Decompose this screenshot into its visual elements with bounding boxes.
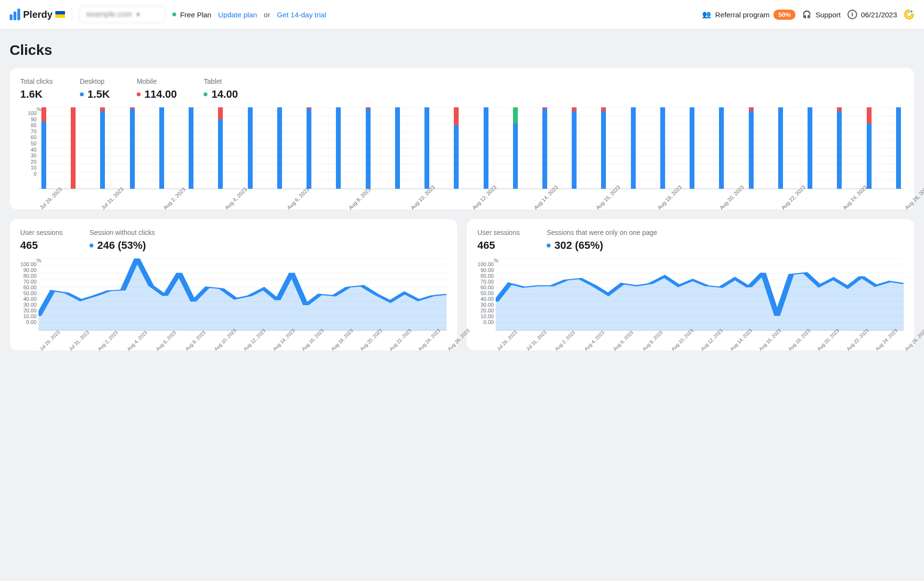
bar bbox=[542, 107, 547, 189]
stat-label: Mobile bbox=[137, 77, 177, 85]
stat-label: Tablet bbox=[204, 77, 238, 85]
legend-dot-icon bbox=[80, 92, 84, 96]
bar bbox=[631, 107, 636, 189]
legend-dot-icon bbox=[90, 244, 93, 247]
plot-area bbox=[38, 258, 447, 331]
stat-label: User sessions bbox=[477, 229, 520, 236]
stat-value: 246 (53%) bbox=[97, 239, 146, 252]
sessions-no-clicks-chart: % 100.0090.0080.0070.0060.0050.0040.0030… bbox=[20, 258, 447, 339]
or-text: or bbox=[264, 11, 270, 19]
stat-metric: Session without clicks 246 (53%) bbox=[90, 229, 155, 252]
sessions-no-clicks-card: User sessions 465 Session without clicks… bbox=[10, 219, 457, 350]
session-stats: User sessions 465 Sessions that were onl… bbox=[477, 229, 904, 252]
stat-label: Desktop bbox=[80, 77, 110, 85]
stat-value: 14.00 bbox=[211, 88, 238, 101]
brand-name: Plerdy bbox=[23, 9, 52, 20]
bar bbox=[837, 107, 842, 189]
sessions-one-page-chart: % 100.0090.0080.0070.0060.0050.0040.0030… bbox=[477, 258, 904, 339]
stat-desktop: Desktop 1.5K bbox=[80, 77, 110, 101]
logo-bars-icon bbox=[10, 9, 20, 20]
plan-indicator: Free Plan bbox=[172, 11, 211, 19]
stat-value: 114.00 bbox=[144, 88, 177, 101]
stat-value: 1.6K bbox=[20, 88, 53, 101]
stat-label: Session without clicks bbox=[90, 229, 155, 236]
separator bbox=[72, 8, 72, 21]
support-label: Support bbox=[815, 11, 841, 19]
bar bbox=[690, 107, 694, 189]
y-axis: 100.0090.0080.0070.0060.0050.0040.0030.0… bbox=[477, 261, 494, 318]
date-display[interactable]: i 06/21/2023 bbox=[847, 10, 897, 19]
y-axis: 1009080706050403020100 bbox=[20, 110, 37, 177]
bar bbox=[601, 107, 606, 189]
x-axis: Jul 29, 2023Jul 31, 2023Aug 2, 2023Aug 4… bbox=[38, 189, 904, 198]
stat-users: User sessions 465 bbox=[20, 229, 63, 252]
plot-area bbox=[496, 258, 904, 331]
bar bbox=[808, 107, 812, 189]
get-trial-link[interactable]: Get 14-day trial bbox=[277, 11, 326, 19]
bar bbox=[277, 107, 282, 189]
stat-mobile: Mobile 114.00 bbox=[137, 77, 177, 101]
bar bbox=[395, 107, 400, 189]
bar bbox=[896, 107, 901, 189]
status-dot-icon bbox=[172, 13, 176, 16]
logo[interactable]: Plerdy bbox=[10, 9, 65, 20]
page-title: Clicks bbox=[10, 42, 914, 58]
swirl-icon bbox=[904, 9, 914, 20]
sessions-one-page-card: User sessions 465 Sessions that were onl… bbox=[467, 219, 914, 350]
stat-value: 465 bbox=[20, 239, 63, 252]
stat-users: User sessions 465 bbox=[477, 229, 520, 252]
x-axis: Jul 29, 2023Jul 31, 2023Aug 2, 2023Aug 4… bbox=[496, 331, 904, 339]
date-label: 06/21/2023 bbox=[861, 11, 897, 19]
area-svg bbox=[38, 258, 447, 330]
referral-badge: 50% bbox=[773, 10, 796, 20]
bar bbox=[248, 107, 253, 189]
bar bbox=[484, 107, 488, 189]
stat-value: 302 (65%) bbox=[554, 239, 603, 252]
stat-label: Sessions that were only on one page bbox=[547, 229, 657, 236]
bar bbox=[572, 107, 577, 189]
stat-label: Total clicks bbox=[20, 77, 53, 85]
legend-dot-icon bbox=[547, 244, 551, 247]
bar bbox=[159, 107, 164, 189]
bar bbox=[749, 107, 754, 189]
plan-label: Free Plan bbox=[180, 11, 211, 19]
bar bbox=[424, 107, 429, 189]
referral-link[interactable]: 👥 Referral program 50% bbox=[702, 10, 796, 20]
svg-point-0 bbox=[911, 11, 912, 13]
top-header: Plerdy example.com ▾ Free Plan Update pl… bbox=[0, 0, 924, 29]
bar bbox=[778, 107, 783, 189]
bar bbox=[867, 107, 872, 189]
bar bbox=[189, 107, 193, 189]
chevron-down-icon: ▾ bbox=[137, 11, 140, 18]
bar bbox=[100, 107, 105, 189]
people-icon: 👥 bbox=[702, 10, 711, 19]
ukraine-flag-icon bbox=[55, 11, 65, 18]
legend-dot-icon bbox=[137, 92, 141, 96]
bar bbox=[218, 107, 223, 189]
referral-label: Referral program bbox=[715, 11, 770, 19]
update-plan-link[interactable]: Update plan bbox=[218, 11, 257, 19]
area-svg bbox=[496, 258, 904, 330]
stat-value: 465 bbox=[477, 239, 520, 252]
site-selector[interactable]: example.com ▾ bbox=[79, 6, 166, 23]
bar bbox=[366, 107, 371, 189]
headset-icon: 🎧 bbox=[802, 10, 811, 19]
y-axis: 100.0090.0080.0070.0060.0050.0040.0030.0… bbox=[20, 261, 37, 318]
bar bbox=[130, 107, 135, 189]
bars-container bbox=[38, 107, 904, 189]
bar bbox=[71, 107, 76, 189]
bar bbox=[719, 107, 724, 189]
plot-area bbox=[38, 107, 904, 189]
session-stats: User sessions 465 Session without clicks… bbox=[20, 229, 447, 252]
info-icon: i bbox=[847, 10, 857, 19]
clicks-bar-chart: % 1009080706050403020100 bbox=[20, 107, 904, 198]
bar bbox=[660, 107, 665, 189]
support-link[interactable]: 🎧 Support bbox=[802, 10, 841, 19]
stat-value: 1.5K bbox=[88, 88, 110, 101]
legend-dot-icon bbox=[204, 92, 207, 96]
app-icon[interactable] bbox=[904, 9, 914, 20]
bar bbox=[41, 107, 46, 189]
site-name: example.com bbox=[86, 10, 132, 19]
stat-metric: Sessions that were only on one page 302 … bbox=[547, 229, 657, 252]
clicks-stats: Total clicks 1.6K Desktop 1.5K Mobile 11… bbox=[20, 77, 904, 101]
